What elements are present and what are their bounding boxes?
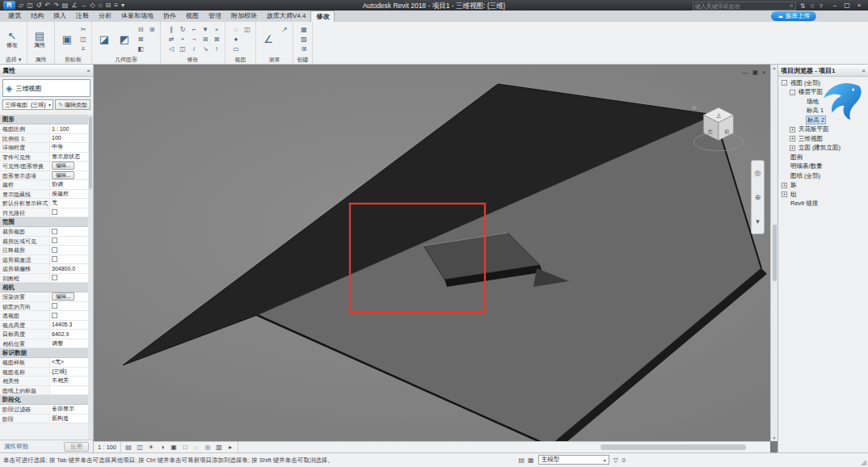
visual-style-icon[interactable]: ◫ [135,442,145,452]
ribbon-tab[interactable]: 管理 [204,11,226,22]
property-group-header[interactable]: 阶段化 [0,395,88,405]
reveal-hidden-elements-icon[interactable]: ◎ [203,442,213,452]
property-value[interactable]: 100 [50,134,88,143]
mirror-icon[interactable]: ◁ [166,44,176,54]
tree-expander-icon[interactable]: + [790,136,795,141]
crop-view-icon[interactable]: ▣ [169,442,179,452]
close-window-icon[interactable]: × [853,1,865,11]
tree-item[interactable]: + 天花板平面 [778,125,868,135]
detail-level-icon[interactable]: ▤ [124,442,133,452]
zoom-icon[interactable]: ⊕ [755,193,761,201]
application-menu-button[interactable]: R [3,1,15,10]
communication-center-icon[interactable]: ☆ [809,2,815,10]
checkbox[interactable] [52,256,57,262]
ribbon-tab[interactable]: 体量和场地 [116,11,158,22]
checkbox[interactable] [52,209,57,215]
property-value[interactable] [50,302,88,311]
navigation-bar-more-icon[interactable]: ▾ [756,217,760,225]
drawing-area[interactable]: 上 左 前 ⌂ ◎⊕▾ —▣× 1 : 100 ▤◫☀◑▣□◌◎▥▸ ▲ ▼ [94,65,777,452]
scrollbar-thumb[interactable] [89,116,92,189]
demolish-icon[interactable]: ⊠ [136,35,145,44]
synchronize-icon[interactable]: ↺ [36,0,42,11]
property-value[interactable]: 显示原状态 [50,153,88,162]
scroll-down-icon[interactable]: ▼ [773,435,777,440]
ribbon-tab[interactable]: 分析 [94,11,116,22]
paint-icon[interactable]: ◧ [136,44,145,54]
properties-help-link[interactable]: 属性帮助 [4,443,28,451]
property-value[interactable] [50,255,88,264]
ribbon-group-label[interactable]: 测量 [259,55,289,64]
resize-grip[interactable]: ◢ [861,458,866,466]
tree-expander-icon[interactable]: - [782,80,787,86]
checkbox[interactable] [52,247,57,253]
property-value[interactable]: 中等 [50,143,88,152]
properties-toggle-button[interactable]: ▤属性 [31,30,48,48]
property-value[interactable] [50,311,88,320]
delete-icon[interactable]: × [212,25,221,35]
ribbon-tab[interactable]: 族库大师V4.4 [262,11,310,22]
property-value[interactable] [50,227,88,236]
hide-category-icon[interactable]: ◌ [231,25,241,35]
customize-qat-icon[interactable]: ▾ [121,0,124,11]
close-icon[interactable]: × [862,67,866,74]
measure-icon[interactable]: ∠ [71,0,77,11]
exchange-apps-icon[interactable]: ⇅ [800,2,806,10]
aligned-dimension-icon[interactable]: ↔ [81,0,87,11]
properties-scrollbar[interactable] [88,115,93,440]
full-navigation-wheel-icon[interactable]: ◎ [755,169,761,177]
trim-icon[interactable]: ⌐ [189,25,199,35]
rotate-icon[interactable]: ↻ [178,25,188,35]
scrollbar-thumb[interactable] [773,225,777,281]
apply-coping-icon[interactable]: ⊟ [136,25,145,35]
project-browser-header[interactable]: 项目浏览器 - 项目1 × [778,65,868,77]
ribbon-group-label[interactable]: 创建 [297,55,309,64]
tree-item[interactable]: Revit 链接 [778,200,868,209]
scroll-up-icon[interactable]: ▲ [773,65,777,70]
temporary-hide-isolate-icon[interactable]: ◌ [192,442,201,452]
ribbon-tab[interactable]: 结构 [26,11,48,22]
ribbon-group-label[interactable]: 属性 [31,55,51,64]
home-icon[interactable]: ⌂ [693,103,696,111]
instance-selector[interactable]: 三维视图: {三维} ▾ [2,99,53,110]
tree-item[interactable]: 明细表/数量 [778,162,868,172]
temporary-view-properties-icon[interactable]: ▥ [214,442,224,452]
tree-item[interactable]: + 族 [778,181,868,191]
view-close-icon[interactable]: × [762,69,766,76]
property-value[interactable]: 304800.0 [50,264,88,273]
offset-icon[interactable]: ⇄ [166,35,176,44]
property-value[interactable]: 按规程 [50,190,88,199]
property-value[interactable]: 1 : 100 [50,124,88,133]
tree-item[interactable]: + 组 [778,190,868,200]
section-icon[interactable]: ⊟ [106,0,112,11]
print-icon[interactable]: ▤ [62,0,69,11]
properties-panel-header[interactable]: 属性 × [0,65,93,77]
cut-geometry-button[interactable]: ◪ [95,33,113,45]
type-selector[interactable]: ◈ 三维视图 [2,79,91,97]
checkbox[interactable] [52,313,57,318]
property-value[interactable]: 协调 [50,180,88,189]
worksharing-display-icon[interactable]: ▤ [519,456,525,464]
property-group-header[interactable]: 相机 [0,283,88,292]
pin-icon[interactable]: ▼ [200,25,210,35]
extend-icon[interactable]: ¬ [189,35,199,44]
cut-icon[interactable]: ✂ [78,25,88,35]
create-assembly-icon[interactable]: ⊞ [299,44,309,54]
tree-item[interactable]: 图纸 (全部) [778,171,868,181]
maximize-window-icon[interactable]: ▢ [841,1,853,11]
checkbox[interactable] [52,229,57,234]
default-3d-view-icon[interactable]: ⌂ [99,0,103,11]
tree-item[interactable]: + 三维视图 [778,134,868,144]
tree-expander-icon[interactable]: + [790,145,795,151]
checkbox[interactable] [52,275,57,280]
property-value[interactable]: 14405.3 [50,321,88,330]
tree-expander-icon[interactable]: - [790,90,795,95]
ribbon-tab[interactable]: 协作 [158,11,181,22]
property-value[interactable]: 新构造 [50,414,88,423]
property-value[interactable] [50,237,88,246]
cut-profile-icon[interactable]: ◫ [242,25,252,35]
view-scale-button[interactable]: 1 : 100 [94,442,121,452]
ribbon-tab[interactable]: 建筑 [3,11,26,22]
vertical-scrollbar[interactable]: ▲ ▼ [770,65,777,441]
redo-icon[interactable]: ↷ [53,0,59,11]
ribbon-group-label[interactable]: 选择 ▾ [3,55,23,64]
